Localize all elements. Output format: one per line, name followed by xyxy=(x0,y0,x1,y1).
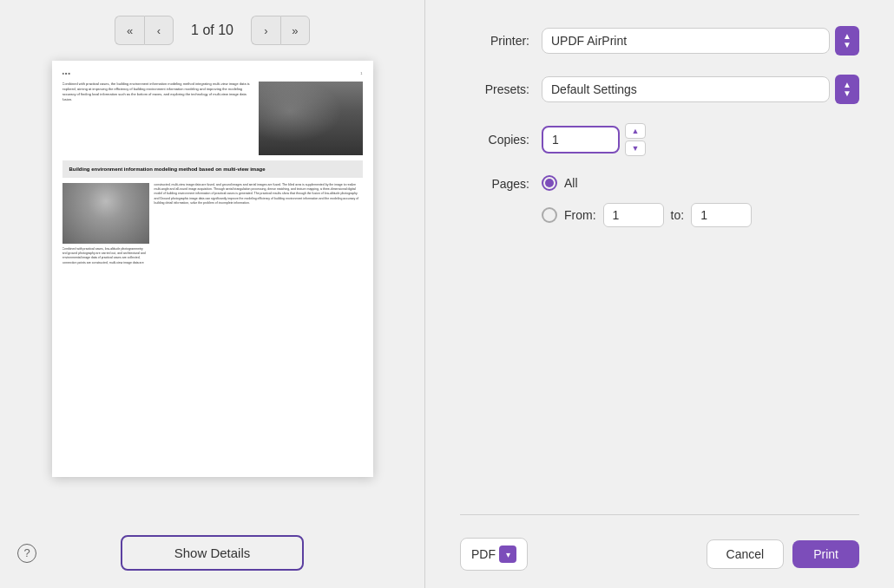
printer-select[interactable]: UPDF AirPrint xyxy=(542,28,830,54)
preview-bottom-section: Combined with practical cases, low-altit… xyxy=(62,183,363,265)
page-indicator: 1 of 10 xyxy=(191,23,233,38)
pages-row: Pages: All From: to: xyxy=(460,175,859,227)
bottom-bar: ? Show Details xyxy=(0,521,424,588)
pages-from-radio[interactable] xyxy=(542,207,557,223)
printer-arrows[interactable]: ▲ ▼ xyxy=(835,26,859,56)
first-page-button[interactable]: « xyxy=(115,16,144,45)
prev-page-button[interactable]: ‹ xyxy=(144,16,174,45)
printer-value: UPDF AirPrint xyxy=(551,34,627,48)
next-nav-group: › » xyxy=(251,16,310,45)
presets-arrows[interactable]: ▲ ▼ xyxy=(835,75,859,104)
show-details-button[interactable]: Show Details xyxy=(121,535,305,571)
copies-decrement-button[interactable]: ▼ xyxy=(625,140,646,156)
pdf-button[interactable]: PDF ▾ xyxy=(460,538,528,571)
print-button[interactable]: Print xyxy=(792,540,859,568)
presets-value: Default Settings xyxy=(551,82,637,96)
pages-from-option[interactable]: From: to: xyxy=(542,203,752,227)
printer-arrow-down: ▼ xyxy=(843,41,851,49)
preview-header-left: ■ ■ ■ xyxy=(62,71,70,76)
pages-from-input[interactable] xyxy=(603,203,664,227)
divider xyxy=(460,514,859,515)
pages-all-option[interactable]: All xyxy=(542,175,752,191)
pages-label: Pages: xyxy=(460,175,529,191)
page-preview: ■ ■ ■ 1 Combined with practical cases, t… xyxy=(52,61,373,477)
copies-control: ▲ ▼ xyxy=(542,123,859,156)
last-page-button[interactable]: » xyxy=(280,16,310,45)
nav-bar: « ‹ 1 of 10 › » xyxy=(0,0,424,61)
copies-input[interactable] xyxy=(542,126,620,154)
printer-control: UPDF AirPrint ▲ ▼ xyxy=(542,26,859,56)
preview-bottom-left: Combined with practical cases, low-altit… xyxy=(62,183,149,265)
pdf-chevron-icon: ▾ xyxy=(499,546,516,563)
preview-top-section: Combined with practical cases, the build… xyxy=(62,82,363,155)
presets-select[interactable]: Default Settings xyxy=(542,76,830,102)
preview-bottom-text-right: constructed, multi-view image data are f… xyxy=(154,183,363,265)
cancel-button[interactable]: Cancel xyxy=(707,539,785,569)
preview-text-left: Combined with practical cases, the build… xyxy=(62,82,253,155)
printer-row: Printer: UPDF AirPrint ▲ ▼ xyxy=(460,26,859,56)
printer-label: Printer: xyxy=(460,34,529,48)
presets-arrow-down: ▼ xyxy=(843,89,851,98)
presets-row: Presets: Default Settings ▲ ▼ xyxy=(460,75,859,104)
bottom-actions: PDF ▾ Cancel Print xyxy=(460,524,859,588)
copies-label: Copies: xyxy=(460,133,529,147)
prev-nav-group: « ‹ xyxy=(115,16,174,45)
left-panel: « ‹ 1 of 10 › » ■ ■ ■ 1 Combined with pr… xyxy=(0,0,425,588)
pages-all-radio[interactable] xyxy=(542,175,557,191)
preview-header-right: 1 xyxy=(360,71,362,76)
presets-label: Presets: xyxy=(460,82,529,96)
preview-bottom-text-left: Combined with practical cases, low-altit… xyxy=(62,247,149,265)
form-section: Printer: UPDF AirPrint ▲ ▼ Presets: Defa… xyxy=(460,26,859,506)
pages-options: All From: to: xyxy=(542,175,752,227)
presets-control: Default Settings ▲ ▼ xyxy=(542,75,859,104)
right-panel: Printer: UPDF AirPrint ▲ ▼ Presets: Defa… xyxy=(425,0,894,588)
preview-image-top xyxy=(259,82,363,155)
preview-header: ■ ■ ■ 1 xyxy=(62,71,363,76)
pages-all-label: All xyxy=(564,176,578,190)
pages-from-label: From: xyxy=(564,208,596,222)
pages-to-input[interactable] xyxy=(691,203,752,227)
page-content: ■ ■ ■ 1 Combined with practical cases, t… xyxy=(62,71,363,467)
preview-image-person xyxy=(62,183,149,244)
next-page-button[interactable]: › xyxy=(251,16,280,45)
pages-to-label: to: xyxy=(671,208,685,222)
page-preview-container: ■ ■ ■ 1 Combined with practical cases, t… xyxy=(26,61,399,521)
copies-increment-button[interactable]: ▲ xyxy=(625,123,646,139)
preview-headline: Building environment information modelin… xyxy=(62,160,363,178)
pdf-label: PDF xyxy=(471,547,496,561)
copies-stepper: ▲ ▼ xyxy=(625,123,646,156)
copies-row: Copies: ▲ ▼ xyxy=(460,123,859,156)
help-button[interactable]: ? xyxy=(17,544,36,563)
